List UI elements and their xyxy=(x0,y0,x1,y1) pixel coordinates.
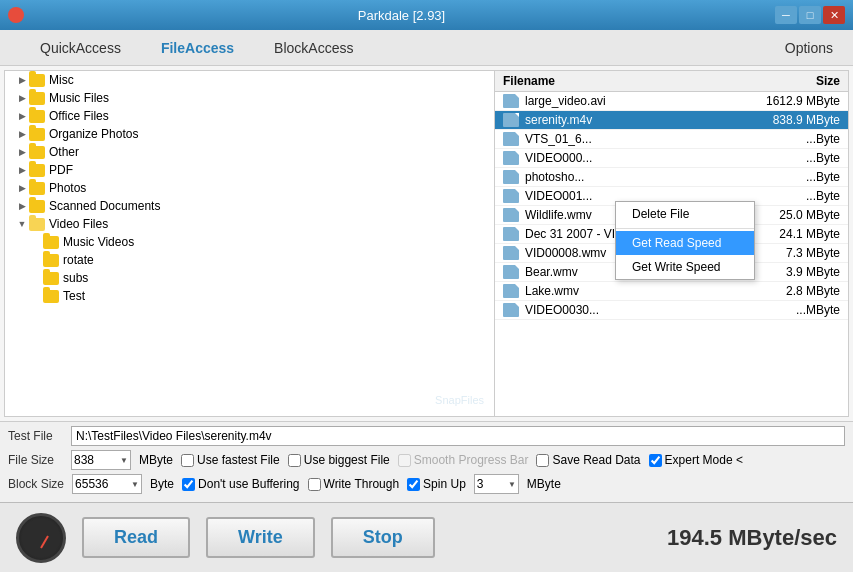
tree-item-music-videos[interactable]: Music Videos xyxy=(5,233,494,251)
file-row[interactable]: photosho... ...Byte xyxy=(495,168,848,187)
file-icon xyxy=(503,113,519,127)
context-menu: Delete File Get Read Speed Get Write Spe… xyxy=(615,201,755,280)
folder-icon-open xyxy=(29,218,45,231)
tree-item-label: rotate xyxy=(63,253,94,267)
file-size: ...MByte xyxy=(740,303,840,317)
expand-arrow: ▶ xyxy=(15,109,29,123)
spin-up-select[interactable]: 3 xyxy=(474,474,519,494)
block-size-row: Block Size 65536 Byte Don't use Bufferin… xyxy=(8,474,845,494)
use-fastest-checkbox[interactable]: Use fastest File xyxy=(181,453,280,467)
tree-item-photos[interactable]: ▶ Photos xyxy=(5,179,494,197)
dont-buffer-checkbox[interactable]: Don't use Buffering xyxy=(182,477,299,491)
tree-item-organize-photos[interactable]: ▶ Organize Photos xyxy=(5,125,494,143)
context-menu-write-speed[interactable]: Get Write Speed xyxy=(616,255,754,279)
tab-options[interactable]: Options xyxy=(785,40,833,56)
tree-item-pdf[interactable]: ▶ PDF xyxy=(5,161,494,179)
tree-item-office-files[interactable]: ▶ Office Files xyxy=(5,107,494,125)
close-button[interactable]: ✕ xyxy=(823,6,845,24)
watermark: SnapFiles xyxy=(435,394,484,406)
file-list: Filename Size large_video.avi 1612.9 MBy… xyxy=(495,71,848,416)
block-size-select-wrapper: 65536 xyxy=(72,474,142,494)
block-size-label: Block Size xyxy=(8,477,64,491)
tree-item-misc[interactable]: ▶ Misc xyxy=(5,71,494,89)
file-size: ...Byte xyxy=(740,151,840,165)
file-size: 25.0 MByte xyxy=(740,208,840,222)
file-name: large_video.avi xyxy=(525,94,740,108)
expand-arrow xyxy=(29,271,43,285)
file-icon xyxy=(503,151,519,165)
minimize-button[interactable]: ─ xyxy=(775,6,797,24)
file-tree[interactable]: ▶ Misc ▶ Music Files ▶ Office Files ▶ Or… xyxy=(5,71,495,416)
folder-icon xyxy=(29,74,45,87)
test-file-label: Test File xyxy=(8,429,63,443)
tree-item-label: Video Files xyxy=(49,217,108,231)
block-size-unit: Byte xyxy=(150,477,174,491)
tree-item-music-files[interactable]: ▶ Music Files xyxy=(5,89,494,107)
test-file-input[interactable] xyxy=(71,426,845,446)
tree-item-subs[interactable]: subs xyxy=(5,269,494,287)
tab-file-access[interactable]: FileAccess xyxy=(141,34,254,62)
tree-item-other[interactable]: ▶ Other xyxy=(5,143,494,161)
file-icon xyxy=(503,246,519,260)
save-read-data-checkbox[interactable]: Save Read Data xyxy=(536,453,640,467)
write-button[interactable]: Write xyxy=(206,517,315,558)
maximize-button[interactable]: □ xyxy=(799,6,821,24)
file-size-select[interactable]: 838 xyxy=(71,450,131,470)
file-size: 2.8 MByte xyxy=(740,284,840,298)
tree-item-label: Music Videos xyxy=(63,235,134,249)
context-menu-separator xyxy=(616,228,754,229)
file-size-label: File Size xyxy=(8,453,63,467)
file-size-row: File Size 838 MByte Use fastest File Use… xyxy=(8,450,845,470)
nav-tabs: QuickAccess FileAccess BlockAccess Optio… xyxy=(0,30,853,66)
folder-icon xyxy=(43,290,59,303)
file-icon xyxy=(503,170,519,184)
context-menu-read-speed[interactable]: Get Read Speed xyxy=(616,231,754,255)
tab-block-access[interactable]: BlockAccess xyxy=(254,34,373,62)
file-icon xyxy=(503,284,519,298)
block-size-select[interactable]: 65536 xyxy=(72,474,142,494)
folder-icon xyxy=(29,92,45,105)
tree-item-rotate[interactable]: rotate xyxy=(5,251,494,269)
titlebar: Parkdale [2.93] ─ □ ✕ xyxy=(0,0,853,30)
read-button[interactable]: Read xyxy=(82,517,190,558)
expert-mode-checkbox[interactable]: Expert Mode < xyxy=(649,453,743,467)
file-row[interactable]: large_video.avi 1612.9 MByte xyxy=(495,92,848,111)
tree-item-video-files[interactable]: ▼ Video Files xyxy=(5,215,494,233)
window-icon xyxy=(8,7,24,23)
file-size: 24.1 MByte xyxy=(740,227,840,241)
file-list-header: Filename Size xyxy=(495,71,848,92)
write-through-checkbox[interactable]: Write Through xyxy=(308,477,400,491)
content-area: ▶ Misc ▶ Music Files ▶ Office Files ▶ Or… xyxy=(4,70,849,417)
file-row-selected[interactable]: serenity.m4v 838.9 MByte xyxy=(495,111,848,130)
expand-arrow: ▶ xyxy=(15,163,29,177)
file-icon xyxy=(503,132,519,146)
tree-item-scanned-docs[interactable]: ▶ Scanned Documents xyxy=(5,197,494,215)
tree-item-label: Test xyxy=(63,289,85,303)
folder-icon xyxy=(29,146,45,159)
file-row[interactable]: VIDEO0030... ...MByte xyxy=(495,301,848,320)
folder-icon xyxy=(29,128,45,141)
file-size-select-wrapper: 838 xyxy=(71,450,131,470)
smooth-progress-checkbox[interactable]: Smooth Progress Bar xyxy=(398,453,529,467)
spin-up-checkbox[interactable]: Spin Up xyxy=(407,477,466,491)
tree-item-test[interactable]: Test xyxy=(5,287,494,305)
expand-arrow: ▶ xyxy=(15,127,29,141)
stop-button[interactable]: Stop xyxy=(331,517,435,558)
tab-quick-access[interactable]: QuickAccess xyxy=(20,34,141,62)
expand-arrow: ▶ xyxy=(15,145,29,159)
file-row[interactable]: Lake.wmv 2.8 MByte xyxy=(495,282,848,301)
file-name: VIDEO0030... xyxy=(525,303,740,317)
expand-arrow: ▶ xyxy=(15,73,29,87)
file-row[interactable]: VIDEO000... ...Byte xyxy=(495,149,848,168)
file-row[interactable]: VTS_01_6... ...Byte xyxy=(495,130,848,149)
context-menu-delete[interactable]: Delete File xyxy=(616,202,754,226)
file-size: ...Byte xyxy=(740,170,840,184)
speedometer-gauge xyxy=(16,513,66,563)
controls-area: Test File File Size 838 MByte Use fastes… xyxy=(0,421,853,502)
use-biggest-checkbox[interactable]: Use biggest File xyxy=(288,453,390,467)
file-size: 7.3 MByte xyxy=(740,246,840,260)
expand-arrow: ▶ xyxy=(15,181,29,195)
action-area: Read Write Stop 194.5 MByte/sec xyxy=(0,502,853,572)
file-size: ...Byte xyxy=(740,189,840,203)
file-size: ...Byte xyxy=(740,132,840,146)
